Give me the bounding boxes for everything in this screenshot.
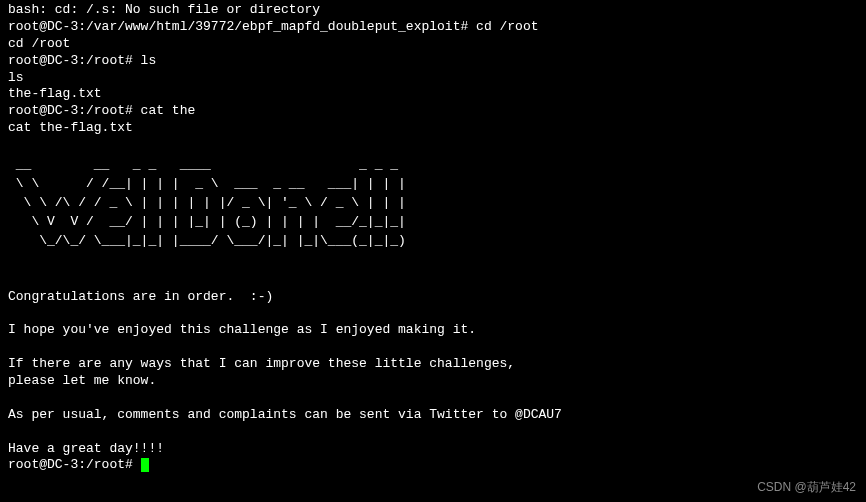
blank-line	[8, 272, 858, 289]
ascii-art-line: \ \ / /__| | | | _ \ ___ _ __ ___| | | |	[8, 177, 858, 192]
blank-line	[8, 390, 858, 407]
ascii-art-line: \ V V / __/ | | | |_| | (_) | | | | __/_…	[8, 215, 858, 230]
blank-line	[8, 424, 858, 441]
message-line: Have a great day!!!!	[8, 441, 858, 458]
message-line: Congratulations are in order. :-)	[8, 289, 858, 306]
watermark-text: CSDN @葫芦娃42	[757, 480, 856, 496]
ascii-art-line	[8, 253, 858, 268]
terminal-active-prompt[interactable]: root@DC-3:/root#	[8, 457, 858, 474]
message-line: please let me know.	[8, 373, 858, 390]
blank-line	[8, 305, 858, 322]
terminal-line-output: the-flag.txt	[8, 86, 858, 103]
terminal-line-prompt: root@DC-3:/root# ls	[8, 53, 858, 70]
blank-line	[8, 137, 858, 154]
terminal-line-echo: ls	[8, 70, 858, 87]
terminal-line-echo: cat the-flag.txt	[8, 120, 858, 137]
message-line: I hope you've enjoyed this challenge as …	[8, 322, 858, 339]
message-line: If there are any ways that I can improve…	[8, 356, 858, 373]
ascii-art-line: __ __ _ _ ____ _ _ _	[8, 158, 858, 173]
terminal-line-echo: cd /root	[8, 36, 858, 53]
terminal-line-error: bash: cd: /.s: No such file or directory	[8, 2, 858, 19]
terminal-line-prompt: root@DC-3:/root# cat the	[8, 103, 858, 120]
message-line: As per usual, comments and complaints ca…	[8, 407, 858, 424]
blank-line	[8, 339, 858, 356]
prompt-text: root@DC-3:/root#	[8, 457, 141, 472]
terminal-line-prompt: root@DC-3:/var/www/html/39772/ebpf_mapfd…	[8, 19, 858, 36]
ascii-art-line: \_/\_/ \___|_|_| |____/ \___/|_| |_|\___…	[8, 234, 858, 249]
ascii-art-line: \ \ /\ / / _ \ | | | | | |/ _ \| '_ \ / …	[8, 196, 858, 211]
cursor-icon	[141, 458, 149, 472]
